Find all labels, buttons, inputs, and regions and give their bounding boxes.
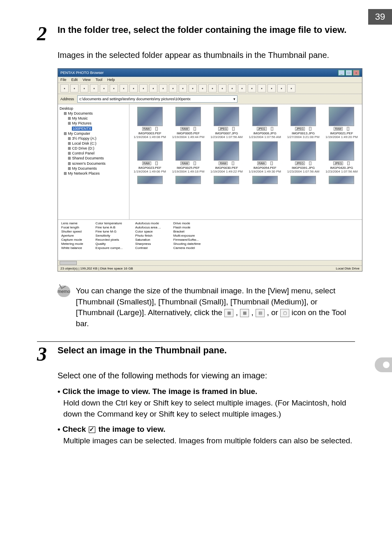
folder-tree[interactable]: Desktop⊞ My Documents⊞ My Music⊞ My Pict… bbox=[58, 104, 129, 219]
paste-icon[interactable]: • bbox=[139, 84, 148, 92]
format-tag: JPEG bbox=[257, 127, 267, 131]
tree-item[interactable]: ⊞ My Computer bbox=[60, 131, 127, 136]
tree-item[interactable]: ⊞ My Network Places bbox=[60, 171, 127, 176]
menu-tool[interactable]: Tool bbox=[95, 78, 102, 82]
tree-item[interactable]: Desktop bbox=[60, 106, 127, 111]
thumb-checkbox[interactable] bbox=[232, 127, 235, 131]
tree-item[interactable]: ⊞ My Music bbox=[60, 116, 127, 121]
info-field: Lens name bbox=[61, 221, 83, 225]
export-icon[interactable]: • bbox=[258, 84, 266, 92]
thumbnail[interactable]: JPEG IMGP0013.JPG1/27/2004 3:21:08 PM bbox=[285, 107, 321, 139]
grid-medium-icon[interactable]: • bbox=[208, 84, 217, 92]
cut-icon[interactable]: • bbox=[120, 84, 128, 92]
back-icon[interactable]: • bbox=[60, 84, 69, 92]
tree-item[interactable]: ⊞ screen's Documents bbox=[60, 161, 127, 166]
thumb-checkbox[interactable] bbox=[309, 161, 311, 165]
grid-smallest-icon: ▦ bbox=[224, 309, 233, 317]
maximize-button[interactable]: □ bbox=[346, 70, 352, 76]
copy-icon[interactable]: • bbox=[129, 84, 138, 92]
thumbnail[interactable]: RAW IMGP0003.PEF1/19/2004 1:49:08 PM bbox=[132, 107, 168, 139]
info-icon[interactable]: • bbox=[238, 84, 246, 92]
horizontal-scrollbar[interactable] bbox=[58, 260, 362, 265]
format-tag: RAW bbox=[334, 127, 343, 131]
info-column: Autofocus modeAutofocus area ...Color sp… bbox=[135, 221, 161, 258]
forward-icon[interactable]: • bbox=[70, 84, 78, 92]
thumb-checkbox[interactable] bbox=[232, 161, 234, 165]
status-left: 23 object(s) | 199,202 KB | Disk free sp… bbox=[60, 267, 133, 270]
tree-item[interactable]: ⊞ 3½ Floppy (A:) bbox=[60, 136, 127, 141]
thumb-filename: IMGP0391.JPG bbox=[285, 166, 321, 170]
thumb-checkbox[interactable] bbox=[347, 161, 350, 165]
thumb-filename: IMGP0030.PEF bbox=[209, 166, 244, 170]
step-2-number: 2 bbox=[37, 24, 50, 44]
thumb-date: 1/19/2004 1:49:30 PM bbox=[247, 170, 283, 173]
refresh-icon[interactable]: • bbox=[110, 84, 118, 92]
thumbnail[interactable]: JPEG IMGP0420.JPG1/23/2004 1:07:56 AM bbox=[324, 141, 360, 173]
thumbnail[interactable]: JPEG IMGP0007.JPG1/23/2004 1:07:56 AM bbox=[209, 107, 244, 139]
thumbnail-image bbox=[252, 141, 278, 161]
thumb-checkbox[interactable] bbox=[194, 127, 196, 131]
delete-icon[interactable]: • bbox=[149, 84, 157, 92]
grid-small-icon[interactable]: • bbox=[198, 84, 207, 92]
list-icon[interactable]: • bbox=[228, 84, 236, 92]
thumb-checkbox[interactable] bbox=[347, 127, 349, 131]
redo-icon[interactable]: • bbox=[100, 84, 108, 92]
tree-item[interactable]: ⊞ Local Disk (C:) bbox=[60, 141, 127, 146]
thumb-checkbox[interactable] bbox=[270, 161, 273, 165]
info-column: Drive modeFlash modeBracketMulti-exposur… bbox=[173, 221, 201, 258]
eye-icon[interactable]: • bbox=[169, 84, 177, 92]
thumb-filename: IMGP0021.PEF bbox=[324, 131, 360, 135]
thumb-checkbox[interactable] bbox=[155, 127, 158, 131]
memo-icon: memo bbox=[58, 286, 70, 297]
info-field: Autofocus mode bbox=[135, 221, 161, 225]
bullet-2-title: • Check the image to view. bbox=[58, 425, 355, 434]
info-pane: Lens nameFocal lengthShutter speedApertu… bbox=[58, 219, 362, 260]
camera-icon[interactable]: • bbox=[159, 84, 167, 92]
thumbnail-pane[interactable]: RAW IMGP0003.PEF1/19/2004 1:49:08 PMRAW … bbox=[129, 104, 362, 219]
tree-item[interactable]: ⊞ Shared Documents bbox=[60, 156, 127, 161]
user-icon[interactable]: • bbox=[287, 84, 295, 92]
thumbnail[interactable]: RAW IMGP0025.PEF1/19/2004 1:49:18 PM bbox=[170, 141, 206, 173]
print-icon[interactable]: • bbox=[248, 84, 256, 92]
undo-icon[interactable]: • bbox=[90, 84, 98, 92]
tree-item[interactable]: 100PENTX bbox=[60, 126, 127, 131]
thumb-checkbox[interactable] bbox=[155, 161, 158, 165]
tree-item[interactable]: ⊞ CD Drive (D:) bbox=[60, 146, 127, 151]
up-icon[interactable]: • bbox=[80, 84, 88, 92]
tree-item[interactable]: ⊞ My Pictures bbox=[60, 121, 127, 126]
thumbnail[interactable]: JPEG IMGP0008.JPG1/23/2004 1:07:56 AM bbox=[247, 107, 283, 139]
menu-edit[interactable]: Edit bbox=[71, 78, 78, 82]
thumb-checkbox[interactable] bbox=[194, 161, 196, 165]
info-field: Bracket bbox=[173, 230, 201, 233]
tree-item[interactable]: ⊞ Control Panel bbox=[60, 151, 127, 156]
info-field: Focal length bbox=[61, 226, 83, 229]
thumbnail[interactable]: RAW IMGP0005.PEF1/19/2004 1:49:44 PM bbox=[170, 107, 206, 139]
grid-smallest-icon[interactable]: • bbox=[189, 84, 197, 92]
menu-help[interactable]: Help bbox=[107, 78, 115, 82]
memo-or: , or bbox=[267, 308, 280, 317]
grid-large-icon[interactable]: • bbox=[218, 84, 226, 92]
thumbnail[interactable]: JPEG IMGP0391.JPG1/23/2004 1:07:56 AM bbox=[285, 141, 321, 173]
tree-item[interactable]: ⊞ My Documents bbox=[60, 111, 127, 116]
tree-item[interactable]: ⊞ My Documents bbox=[60, 166, 127, 171]
info-field: Recorded pixels bbox=[95, 238, 123, 242]
settings-icon[interactable]: • bbox=[267, 84, 276, 92]
info-field: Photo finish bbox=[135, 234, 161, 237]
dropdown-icon[interactable]: ▾ bbox=[233, 97, 235, 101]
menubar: FileEditViewToolHelp bbox=[58, 77, 362, 83]
thumb-date: 1/19/2004 1:49:22 PM bbox=[209, 170, 244, 173]
thumbnail[interactable]: RAW IMGP0023.PEF1/19/2004 1:49:06 PM bbox=[132, 141, 168, 173]
help-icon[interactable]: • bbox=[277, 84, 286, 92]
thumb-checkbox[interactable] bbox=[271, 127, 273, 131]
thumb-checkbox[interactable] bbox=[309, 127, 311, 131]
address-input[interactable]: c:\documents and settings\test\my docume… bbox=[77, 95, 238, 103]
close-button[interactable]: × bbox=[353, 70, 360, 76]
menu-file[interactable]: File bbox=[60, 78, 67, 82]
minimize-button[interactable]: _ bbox=[338, 70, 345, 76]
thumbnail[interactable]: RAW IMGP0030.PEF1/19/2004 1:49:22 PM bbox=[209, 141, 244, 173]
menu-view[interactable]: View bbox=[83, 78, 90, 82]
thumbnail[interactable]: RAW IMGP0054.PEF1/19/2004 1:49:30 PM bbox=[247, 141, 283, 173]
thumbnail[interactable]: RAW IMGP0021.PEF1/19/2004 1:49:20 PM bbox=[324, 107, 360, 139]
thumb-filename: IMGP0003.PEF bbox=[132, 131, 168, 135]
rotate-icon[interactable]: • bbox=[179, 84, 187, 92]
